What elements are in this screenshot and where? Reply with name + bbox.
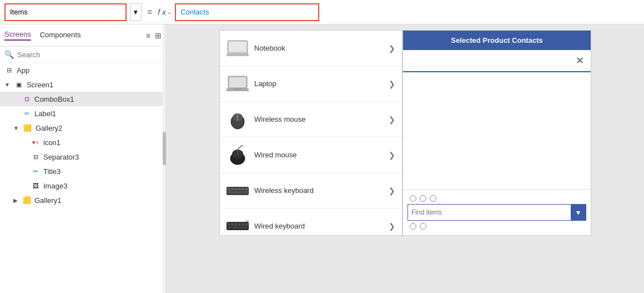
- search-icon: 🔍: [4, 50, 14, 59]
- svg-rect-29: [242, 223, 244, 225]
- svg-rect-4: [229, 77, 246, 87]
- equals-sign: =: [145, 7, 154, 17]
- gallery1-icon: 🟨: [22, 196, 31, 205]
- dot-b1: [410, 223, 416, 230]
- title3-icon: ✏: [31, 167, 40, 176]
- icon1-icon: ♥+: [31, 138, 40, 147]
- wireless-mouse-img: [227, 110, 249, 130]
- laptop-arrow: [389, 80, 395, 88]
- panel-search-input[interactable]: [408, 206, 571, 218]
- search-input[interactable]: [17, 51, 162, 59]
- top-bar: ▾ = f x ⌄: [0, 0, 644, 24]
- sidebar-scrollbar-thumb[interactable]: [163, 132, 166, 165]
- svg-rect-32: [233, 226, 243, 229]
- panel-search-row: ▾: [407, 204, 586, 221]
- tree-item-screen1[interactable]: ▼ ▣ Screen1: [0, 77, 166, 92]
- tree-item-label1[interactable]: ✏ Label1: [0, 106, 166, 121]
- product-item-wired-keyboard[interactable]: Wired keyboard: [220, 208, 402, 236]
- svg-rect-26: [231, 223, 234, 225]
- svg-rect-20: [245, 188, 248, 190]
- tree-item-image3[interactable]: 🖼 Image3: [0, 178, 166, 193]
- items-input[interactable]: [4, 3, 127, 21]
- main-layout: Screens Components ≡ ⊞ 🔍 ⊟ App ▼ ▣ Scree…: [0, 24, 644, 293]
- tree-item-separator3[interactable]: ⊟ Separator3: [0, 150, 166, 164]
- svg-rect-25: [228, 223, 230, 225]
- gallery2-icon: 🟨: [23, 123, 32, 132]
- selected-product-panel: Selected Product Contacts ✕ ▾: [402, 30, 591, 236]
- image3-icon: 🖼: [31, 181, 40, 190]
- svg-rect-23: [244, 191, 248, 193]
- dot-3: [430, 195, 436, 202]
- product-item-wired-mouse[interactable]: Wired mouse: [220, 137, 402, 173]
- tab-screens[interactable]: Screens: [4, 30, 31, 41]
- svg-rect-33: [244, 226, 248, 229]
- tree-label-gallery2: Gallery2: [36, 124, 62, 132]
- product-item-wireless-keyboard[interactable]: Wireless keyboard: [220, 173, 402, 208]
- tree-item-combobox1[interactable]: ⊡ ComboBox1: [0, 92, 166, 106]
- tree-label-image3: Image3: [43, 182, 67, 190]
- panel-search-area: ▾: [403, 189, 591, 235]
- tree-item-icon1[interactable]: ♥+ icon1: [0, 135, 166, 150]
- formula-input[interactable]: [175, 3, 319, 21]
- tab-components[interactable]: Components: [40, 31, 81, 40]
- wired-mouse-img: [227, 145, 249, 165]
- combobox-icon: ⊡: [22, 95, 31, 103]
- items-dropdown[interactable]: ▾: [130, 3, 142, 21]
- sidebar: Screens Components ≡ ⊞ 🔍 ⊟ App ▼ ▣ Scree…: [0, 24, 167, 293]
- list-view-icon[interactable]: ≡: [146, 31, 150, 40]
- canvas-content: Notebook Laptop: [219, 30, 591, 236]
- product-name-wired-mouse: Wired mouse: [254, 151, 383, 159]
- tree-label-separator3: Separator3: [43, 153, 79, 161]
- svg-rect-16: [231, 188, 234, 190]
- product-name-laptop: Laptop: [254, 80, 383, 88]
- tree-label-screen1: Screen1: [27, 81, 53, 89]
- panel-close-row: ✕: [403, 50, 591, 72]
- tree-label-label1: Label1: [34, 110, 56, 118]
- sidebar-tabs: Screens Components ≡ ⊞: [0, 24, 166, 47]
- app-icon: ⊟: [4, 66, 13, 75]
- tree-label-gallery1: Gallery1: [34, 196, 61, 205]
- product-name-notebook: Notebook: [254, 44, 383, 52]
- panel-content: [403, 72, 591, 189]
- sidebar-scrollbar[interactable]: [163, 24, 166, 293]
- fx-label: f x ⌄: [158, 8, 172, 17]
- svg-rect-1: [229, 42, 246, 52]
- tree-item-gallery1[interactable]: ▶ 🟨 Gallery1: [0, 193, 166, 207]
- product-name-wired-keyboard: Wired keyboard: [254, 222, 383, 230]
- panel-header: Selected Product Contacts: [403, 31, 591, 50]
- product-name-wireless-mouse: Wireless mouse: [254, 115, 383, 123]
- tree-label-combobox1: ComboBox1: [34, 95, 74, 103]
- svg-rect-21: [228, 191, 232, 193]
- tree-item-gallery2[interactable]: ▼ 🟨 Gallery2: [0, 121, 166, 135]
- wired-mouse-arrow: [389, 151, 395, 160]
- notebook-arrow: [389, 44, 395, 53]
- panel-search-button[interactable]: ▾: [571, 205, 586, 220]
- tree-label-title3: Title3: [43, 167, 61, 176]
- svg-rect-22: [233, 191, 243, 193]
- product-name-wireless-keyboard: Wireless keyboard: [254, 186, 383, 195]
- search-box: 🔍: [0, 47, 166, 63]
- svg-rect-15: [228, 188, 230, 190]
- svg-rect-2: [227, 54, 249, 56]
- tab-icons: ≡ ⊞: [146, 31, 162, 40]
- svg-rect-19: [242, 188, 244, 190]
- close-button[interactable]: ✕: [576, 54, 584, 67]
- fx-box: f x ⌄: [158, 8, 172, 17]
- screen-icon: ▣: [14, 80, 23, 89]
- dot-1: [410, 195, 416, 202]
- wireless-keyboard-arrow: [389, 186, 395, 195]
- wired-keyboard-arrow: [389, 222, 395, 231]
- product-item-wireless-mouse[interactable]: Wireless mouse: [220, 102, 402, 137]
- tree-label-app: App: [17, 66, 29, 75]
- tree-area: ⊟ App ▼ ▣ Screen1 ⊡ ComboBox1 ✏ Label1 ▼: [0, 63, 166, 293]
- expand-screen1-icon[interactable]: ▼: [4, 82, 10, 88]
- expand-gallery1-icon[interactable]: ▶: [13, 197, 18, 203]
- product-item-laptop[interactable]: Laptop: [220, 66, 402, 102]
- tree-item-title3[interactable]: ✏ Title3: [0, 164, 166, 178]
- tree-item-app[interactable]: ⊟ App: [0, 63, 166, 77]
- svg-rect-17: [235, 188, 238, 190]
- product-item-notebook[interactable]: Notebook: [220, 31, 402, 66]
- grid-view-icon[interactable]: ⊞: [155, 31, 162, 40]
- expand-gallery2-icon[interactable]: ▼: [13, 125, 19, 131]
- laptop-img: [227, 74, 249, 94]
